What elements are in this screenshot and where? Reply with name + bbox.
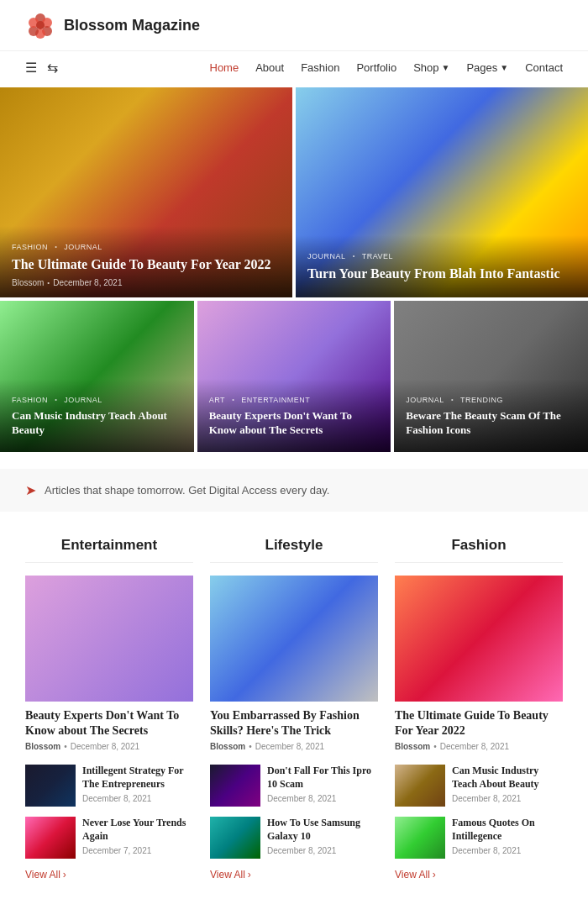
entertainment-featured-title: Beauty Experts Don't Want To Know about … [25, 708, 193, 739]
lifestyle-view-all[interactable]: View All › [210, 869, 378, 881]
logo-icon [25, 10, 55, 40]
hero-main-tag2: JOURNAL [64, 243, 102, 251]
hero-main-date: December 8, 2021 [53, 278, 122, 287]
entertainment-featured-author: Blossom [25, 742, 60, 751]
entertainment-article-0-date: December 8, 2021 [82, 794, 193, 803]
fashion-featured-title: The Ultimate Guide To Beauty For Year 20… [395, 708, 563, 739]
newsletter-banner: ➤ Articles that shape tomorrow. Get Digi… [0, 469, 588, 512]
section-entertainment-featured[interactable]: Beauty Experts Don't Want To Know about … [25, 576, 193, 751]
hero-main-author: Blossom [12, 278, 44, 287]
lifestyle-featured-meta: Blossom • December 8, 2021 [210, 742, 378, 751]
fashion-featured-date: December 8, 2021 [440, 742, 509, 751]
section-fashion-header: Fashion [395, 537, 563, 563]
lifestyle-article-0-date: December 8, 2021 [267, 794, 378, 803]
lifestyle-featured-title: You Embarrassed By Fashion Skills? Here'… [210, 708, 378, 739]
fashion-view-all-arrow: › [433, 869, 436, 881]
entertainment-featured-date: December 8, 2021 [71, 742, 139, 751]
section-lifestyle-featured[interactable]: You Embarrassed By Fashion Skills? Here'… [210, 576, 378, 751]
fashion-article-0[interactable]: Can Music Industry Teach About Beauty De… [395, 765, 563, 807]
svg-point-6 [36, 21, 45, 29]
lifestyle-article-1-date: December 8, 2021 [267, 846, 378, 855]
section-entertainment: Entertainment Beauty Experts Don't Want … [17, 537, 202, 881]
lifestyle-featured-author: Blossom [210, 742, 245, 751]
hero-main-title: The Ultimate Guide To Beauty For Year 20… [12, 256, 281, 274]
fashion-article-0-date: December 8, 2021 [452, 794, 563, 803]
hero-side-title: Turn Your Beauty From Blah Into Fantasti… [307, 265, 576, 283]
site-name: Blossom Magazine [64, 17, 200, 34]
hero-main-tags: FASHION • JOURNAL [12, 243, 281, 251]
nav-icons: ☰ ⇆ [25, 60, 58, 76]
fashion-article-1-date: December 8, 2021 [452, 846, 563, 855]
hero-side-card[interactable]: JOURNAL • TRAVEL Turn Your Beauty From B… [296, 87, 588, 297]
newsletter-icon: ➤ [25, 482, 36, 498]
nav-about[interactable]: About [255, 61, 284, 74]
sections-container: Entertainment Beauty Experts Don't Want … [0, 528, 588, 897]
lifestyle-view-all-arrow: › [248, 869, 251, 881]
hero-main-overlay: FASHION • JOURNAL The Ultimate Guide To … [0, 226, 292, 297]
small-card-0[interactable]: FASHION • JOURNAL Can Music Industry Tea… [0, 301, 194, 452]
small-card-2-overlay: JOURNAL • TRENDING Beware The Beauty Sca… [394, 379, 588, 452]
hero-side-tag1: JOURNAL [307, 252, 346, 260]
entertainment-featured-meta: Blossom • December 8, 2021 [25, 742, 193, 751]
small-card-1-tag2: ENTERTAINMENT [241, 396, 310, 404]
section-entertainment-header: Entertainment [25, 537, 193, 563]
lifestyle-article-1-title: How To Use Samsung Galaxy 10 [267, 817, 378, 843]
fashion-article-1[interactable]: Famous Quotes On Intillegence December 8… [395, 817, 563, 859]
hero-side-tags: JOURNAL • TRAVEL [307, 252, 576, 260]
entertainment-article-1[interactable]: Never Lose Your Trends Again December 7,… [25, 817, 193, 859]
entertainment-view-all-arrow: › [63, 869, 66, 881]
lifestyle-featured-date: December 8, 2021 [255, 742, 324, 751]
logo[interactable]: Blossom Magazine [25, 10, 200, 40]
small-card-1[interactable]: ART • ENTERTAINMENT Beauty Experts Don't… [197, 301, 391, 452]
hero-main-card[interactable]: FASHION • JOURNAL The Ultimate Guide To … [0, 87, 292, 297]
entertainment-article-0[interactable]: Intillegent Strategy For The Entrepreneu… [25, 765, 193, 807]
hero-side-overlay: JOURNAL • TRAVEL Turn Your Beauty From B… [296, 235, 588, 297]
small-card-2-tag1: JOURNAL [406, 396, 444, 404]
hero-main-tag1: FASHION [12, 243, 48, 251]
hero-grid: FASHION • JOURNAL The Ultimate Guide To … [0, 87, 588, 297]
shop-arrow-icon: ▼ [442, 63, 450, 72]
nav-contact[interactable]: Contact [525, 61, 563, 74]
fashion-article-0-title: Can Music Industry Teach About Beauty [452, 765, 563, 791]
fashion-featured-meta: Blossom • December 8, 2021 [395, 742, 563, 751]
lifestyle-article-0[interactable]: Don't Fall For This Ipro 10 Scam Decembe… [210, 765, 378, 807]
small-card-2-title: Beware The Beauty Scam Of The Fashion Ic… [406, 409, 576, 438]
entertainment-article-1-title: Never Lose Your Trends Again [82, 817, 193, 843]
fashion-featured-author: Blossom [395, 742, 430, 751]
small-card-1-tag1: ART [209, 396, 225, 404]
small-card-0-title: Can Music Industry Teach About Beauty [12, 409, 182, 438]
nav-pages[interactable]: Pages ▼ [466, 61, 508, 74]
small-card-0-tag1: FASHION [12, 396, 48, 404]
nav-links: Home About Fashion Portfolio Shop ▼ Page… [210, 61, 564, 74]
small-card-grid: FASHION • JOURNAL Can Music Industry Tea… [0, 301, 588, 452]
nav-home[interactable]: Home [210, 61, 239, 74]
site-header: Blossom Magazine [0, 0, 588, 51]
pages-arrow-icon: ▼ [500, 63, 508, 72]
entertainment-article-0-title: Intillegent Strategy For The Entrepreneu… [82, 765, 193, 791]
section-fashion-featured[interactable]: The Ultimate Guide To Beauty For Year 20… [395, 576, 563, 751]
navbar: ☰ ⇆ Home About Fashion Portfolio Shop ▼ … [0, 51, 588, 84]
small-card-0-overlay: FASHION • JOURNAL Can Music Industry Tea… [0, 379, 194, 452]
hero-main-meta: Blossom • December 8, 2021 [12, 278, 281, 287]
nav-fashion[interactable]: Fashion [301, 61, 339, 74]
shuffle-icon[interactable]: ⇆ [47, 60, 58, 76]
entertainment-article-1-date: December 7, 2021 [82, 846, 193, 855]
small-card-1-title: Beauty Experts Don't Want To Know about … [209, 409, 380, 438]
nav-portfolio[interactable]: Portfolio [356, 61, 396, 74]
small-card-0-tag2: JOURNAL [64, 396, 102, 404]
small-card-2[interactable]: JOURNAL • TRENDING Beware The Beauty Sca… [394, 301, 588, 452]
small-card-2-tag2: TRENDING [460, 396, 503, 404]
section-lifestyle: Lifestyle You Embarrassed By Fashion Ski… [202, 537, 386, 881]
hero-side-tag2: TRAVEL [362, 252, 393, 260]
section-lifestyle-header: Lifestyle [210, 537, 378, 563]
newsletter-text: Articles that shape tomorrow. Get Digita… [45, 484, 329, 497]
lifestyle-article-1[interactable]: How To Use Samsung Galaxy 10 December 8,… [210, 817, 378, 859]
fashion-view-all[interactable]: View All › [395, 869, 563, 881]
menu-icon[interactable]: ☰ [25, 60, 37, 76]
entertainment-view-all[interactable]: View All › [25, 869, 193, 881]
fashion-article-1-title: Famous Quotes On Intillegence [452, 817, 563, 843]
nav-shop[interactable]: Shop ▼ [413, 61, 449, 74]
section-fashion: Fashion The Ultimate Guide To Beauty For… [386, 537, 571, 881]
small-card-1-overlay: ART • ENTERTAINMENT Beauty Experts Don't… [197, 379, 391, 452]
lifestyle-article-0-title: Don't Fall For This Ipro 10 Scam [267, 765, 378, 791]
